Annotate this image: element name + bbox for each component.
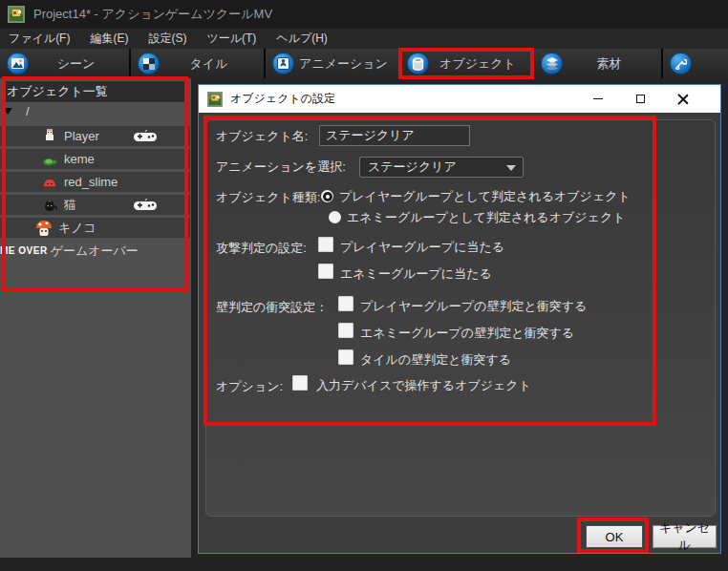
- object-row-label: 猫: [64, 197, 76, 214]
- object-name-input[interactable]: [319, 125, 470, 146]
- animation-dropdown[interactable]: ステージクリア: [359, 157, 524, 178]
- tree-expander-icon[interactable]: [3, 108, 12, 115]
- animation-icon: [272, 53, 294, 74]
- mushroom-sprite-icon: [34, 219, 54, 238]
- tab-material[interactable]: 素材: [534, 49, 661, 78]
- attack-settings-label: 攻撃判定の設定:: [216, 240, 307, 257]
- object-icon: [407, 53, 429, 74]
- checkbox-hit-enemy-group[interactable]: [318, 264, 333, 279]
- option-label: オプション:: [216, 378, 283, 395]
- checkbox-collide-enemy-wall[interactable]: [338, 323, 353, 338]
- gamepad-icon: [133, 199, 158, 211]
- animation-select-label: アニメーションを選択:: [216, 159, 346, 176]
- material-icon: [541, 53, 563, 74]
- ok-button[interactable]: OK: [586, 525, 643, 548]
- checkbox-collide-enemy-wall-label[interactable]: エネミーグループの壁判定と衝突する: [360, 325, 574, 342]
- app-window: Project14* - アクションゲームツクールMV ファイル(F) 編集(E…: [0, 0, 728, 571]
- menu-file[interactable]: ファイル(F): [9, 31, 70, 47]
- dialog-app-icon: [207, 92, 223, 107]
- tab-tile-label: タイル: [160, 55, 264, 73]
- tab-object-label: オブジェクト: [429, 55, 532, 73]
- cat-sprite-icon: [42, 198, 57, 213]
- app-logo-icon: [8, 6, 25, 23]
- close-icon[interactable]: [661, 85, 703, 113]
- object-row-player[interactable]: Player: [0, 126, 190, 146]
- checkbox-input-device-control[interactable]: [292, 375, 308, 391]
- tab-object[interactable]: オブジェクト: [400, 49, 532, 78]
- tab-tile[interactable]: タイル: [131, 49, 264, 78]
- tab-plugin[interactable]: [663, 49, 728, 78]
- radio-player-group-label[interactable]: プレイヤーグループとして判定されるオブジェクト: [339, 188, 631, 205]
- checkbox-hit-player-group[interactable]: [318, 237, 333, 252]
- tree-root-row[interactable]: /: [0, 101, 190, 121]
- dialog-titlebar[interactable]: オブジェクトの設定: [199, 85, 720, 113]
- wall-collision-label: 壁判定の衝突設定：: [216, 299, 328, 316]
- object-list-title: オブジェクト一覧: [2, 81, 188, 102]
- dialog-window-controls: [577, 85, 703, 113]
- maximize-icon[interactable]: [619, 85, 661, 113]
- tab-scene[interactable]: シーン: [0, 49, 129, 78]
- checkbox-input-device-control-label[interactable]: 入力デバイスで操作するオブジェクト: [316, 377, 531, 394]
- object-type-label: オブジェクト種類:: [216, 189, 320, 206]
- minimize-icon[interactable]: [577, 85, 619, 113]
- checkbox-collide-player-wall[interactable]: [338, 296, 353, 311]
- settings-group-panel: [205, 119, 716, 517]
- main-tab-bar: シーン タイル アニメーション オブジェクト 素材: [0, 49, 728, 78]
- tab-animation[interactable]: アニメーション: [266, 49, 398, 78]
- checkbox-collide-tile-wall-label[interactable]: タイルの壁判定と衝突する: [360, 351, 511, 369]
- radio-player-group[interactable]: [321, 190, 333, 202]
- scene-icon: [7, 53, 29, 74]
- object-row-label: キノコ: [58, 220, 96, 237]
- menu-bar: ファイル(F) 編集(E) 設定(S) ツール(T) ヘルプ(H): [0, 29, 728, 49]
- object-row-kinoko[interactable]: キノコ: [0, 218, 190, 238]
- checkbox-hit-player-group-label[interactable]: プレイヤーグループに当たる: [340, 239, 504, 256]
- player-sprite-icon: [42, 129, 57, 144]
- tab-material-label: 素材: [563, 55, 661, 73]
- object-row-keme[interactable]: keme: [0, 149, 190, 169]
- window-title: Project14* - アクションゲームツクールMV: [33, 6, 272, 23]
- radio-enemy-group-label[interactable]: エネミーグループとして判定されるオブジェクト: [347, 209, 625, 226]
- tree-root-label: /: [26, 104, 30, 118]
- object-row-cat[interactable]: 猫: [0, 195, 190, 215]
- gameover-thumbnail: ME OVER: [0, 245, 48, 256]
- object-name-label: オブジェクト名:: [216, 128, 308, 145]
- object-row-gameover[interactable]: ME OVER ゲームオーバー: [0, 241, 190, 261]
- menu-edit[interactable]: 編集(E): [90, 31, 128, 47]
- object-row-label: red_slime: [64, 175, 118, 189]
- turtle-sprite-icon: [42, 152, 57, 167]
- checkbox-collide-player-wall-label[interactable]: プレイヤーグループの壁判定と衝突する: [360, 298, 587, 315]
- window-titlebar: Project14* - アクションゲームツクールMV: [0, 0, 728, 29]
- object-row-red-slime[interactable]: red_slime: [0, 172, 190, 192]
- menu-help[interactable]: ヘルプ(H): [276, 31, 328, 47]
- object-settings-dialog: オブジェクトの設定 オブジェクト名: アニメーションを選択: ステージクリア オ…: [198, 84, 721, 554]
- tab-scene-label: シーン: [29, 55, 129, 73]
- slime-sprite-icon: [42, 175, 57, 190]
- tile-icon: [138, 53, 160, 74]
- plugin-icon: [670, 53, 692, 74]
- chevron-down-icon: [506, 165, 516, 171]
- object-list-panel: オブジェクト一覧 / Player keme red_slime 猫 キノコ: [0, 78, 191, 558]
- menu-tools[interactable]: ツール(T): [206, 31, 256, 47]
- cancel-button[interactable]: キャンセル: [653, 525, 717, 548]
- checkbox-collide-tile-wall[interactable]: [338, 349, 353, 365]
- object-row-label: keme: [64, 152, 95, 166]
- tab-animation-label: アニメーション: [294, 55, 398, 73]
- animation-dropdown-value: ステージクリア: [368, 159, 457, 176]
- dialog-title: オブジェクトの設定: [230, 91, 335, 107]
- radio-enemy-group[interactable]: [329, 211, 341, 223]
- checkbox-hit-enemy-group-label[interactable]: エネミーグループに当たる: [340, 265, 492, 283]
- menu-settings[interactable]: 設定(S): [148, 31, 186, 47]
- gamepad-icon: [133, 130, 158, 142]
- object-row-label: ゲームオーバー: [51, 243, 139, 260]
- object-row-label: Player: [64, 129, 99, 143]
